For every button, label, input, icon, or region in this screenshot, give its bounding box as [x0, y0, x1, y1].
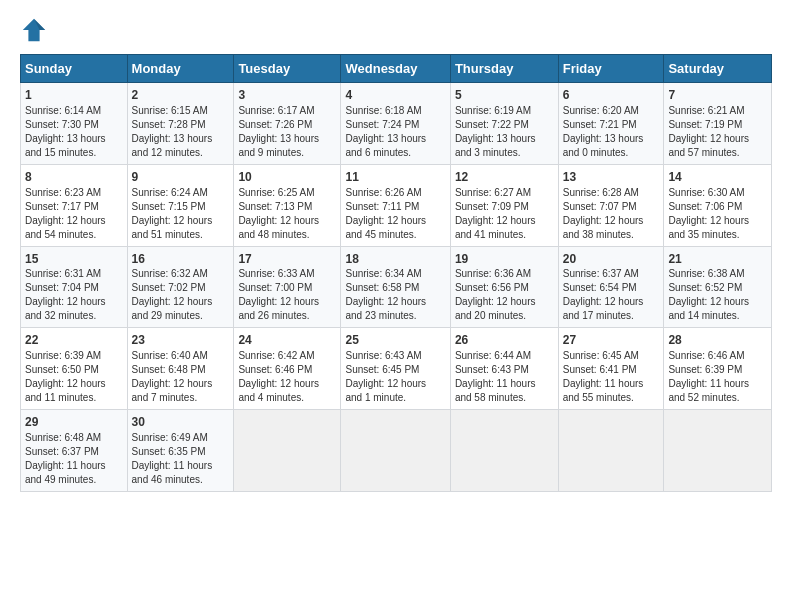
table-row: [558, 410, 664, 492]
day-info: Sunrise: 6:34 AM Sunset: 6:58 PM Dayligh…: [345, 267, 445, 323]
week-row-3: 15Sunrise: 6:31 AM Sunset: 7:04 PM Dayli…: [21, 246, 772, 328]
day-info: Sunrise: 6:28 AM Sunset: 7:07 PM Dayligh…: [563, 186, 660, 242]
week-row-1: 1Sunrise: 6:14 AM Sunset: 7:30 PM Daylig…: [21, 83, 772, 165]
day-number: 11: [345, 169, 445, 186]
table-row: 25Sunrise: 6:43 AM Sunset: 6:45 PM Dayli…: [341, 328, 450, 410]
day-number: 21: [668, 251, 767, 268]
table-row: 3Sunrise: 6:17 AM Sunset: 7:26 PM Daylig…: [234, 83, 341, 165]
day-number: 16: [132, 251, 230, 268]
col-wednesday: Wednesday: [341, 55, 450, 83]
table-row: 6Sunrise: 6:20 AM Sunset: 7:21 PM Daylig…: [558, 83, 664, 165]
table-row: 26Sunrise: 6:44 AM Sunset: 6:43 PM Dayli…: [450, 328, 558, 410]
table-row: 19Sunrise: 6:36 AM Sunset: 6:56 PM Dayli…: [450, 246, 558, 328]
page: Sunday Monday Tuesday Wednesday Thursday…: [0, 0, 792, 502]
day-info: Sunrise: 6:36 AM Sunset: 6:56 PM Dayligh…: [455, 267, 554, 323]
week-row-2: 8Sunrise: 6:23 AM Sunset: 7:17 PM Daylig…: [21, 164, 772, 246]
table-row: 28Sunrise: 6:46 AM Sunset: 6:39 PM Dayli…: [664, 328, 772, 410]
table-row: [450, 410, 558, 492]
day-number: 14: [668, 169, 767, 186]
table-row: [664, 410, 772, 492]
day-info: Sunrise: 6:43 AM Sunset: 6:45 PM Dayligh…: [345, 349, 445, 405]
table-row: 24Sunrise: 6:42 AM Sunset: 6:46 PM Dayli…: [234, 328, 341, 410]
table-row: 16Sunrise: 6:32 AM Sunset: 7:02 PM Dayli…: [127, 246, 234, 328]
table-row: 4Sunrise: 6:18 AM Sunset: 7:24 PM Daylig…: [341, 83, 450, 165]
col-thursday: Thursday: [450, 55, 558, 83]
day-info: Sunrise: 6:18 AM Sunset: 7:24 PM Dayligh…: [345, 104, 445, 160]
col-friday: Friday: [558, 55, 664, 83]
table-row: 22Sunrise: 6:39 AM Sunset: 6:50 PM Dayli…: [21, 328, 128, 410]
table-row: 8Sunrise: 6:23 AM Sunset: 7:17 PM Daylig…: [21, 164, 128, 246]
day-info: Sunrise: 6:21 AM Sunset: 7:19 PM Dayligh…: [668, 104, 767, 160]
day-number: 18: [345, 251, 445, 268]
day-info: Sunrise: 6:40 AM Sunset: 6:48 PM Dayligh…: [132, 349, 230, 405]
day-number: 26: [455, 332, 554, 349]
table-row: 12Sunrise: 6:27 AM Sunset: 7:09 PM Dayli…: [450, 164, 558, 246]
day-info: Sunrise: 6:15 AM Sunset: 7:28 PM Dayligh…: [132, 104, 230, 160]
day-number: 24: [238, 332, 336, 349]
logo: [20, 16, 52, 44]
day-info: Sunrise: 6:32 AM Sunset: 7:02 PM Dayligh…: [132, 267, 230, 323]
day-number: 9: [132, 169, 230, 186]
day-number: 12: [455, 169, 554, 186]
day-number: 2: [132, 87, 230, 104]
day-info: Sunrise: 6:23 AM Sunset: 7:17 PM Dayligh…: [25, 186, 123, 242]
table-row: [234, 410, 341, 492]
logo-icon: [20, 16, 48, 44]
day-info: Sunrise: 6:38 AM Sunset: 6:52 PM Dayligh…: [668, 267, 767, 323]
day-number: 13: [563, 169, 660, 186]
col-tuesday: Tuesday: [234, 55, 341, 83]
calendar-table: Sunday Monday Tuesday Wednesday Thursday…: [20, 54, 772, 492]
day-number: 15: [25, 251, 123, 268]
col-sunday: Sunday: [21, 55, 128, 83]
day-number: 8: [25, 169, 123, 186]
table-row: 17Sunrise: 6:33 AM Sunset: 7:00 PM Dayli…: [234, 246, 341, 328]
day-info: Sunrise: 6:17 AM Sunset: 7:26 PM Dayligh…: [238, 104, 336, 160]
day-number: 10: [238, 169, 336, 186]
day-number: 7: [668, 87, 767, 104]
table-row: 11Sunrise: 6:26 AM Sunset: 7:11 PM Dayli…: [341, 164, 450, 246]
table-row: 15Sunrise: 6:31 AM Sunset: 7:04 PM Dayli…: [21, 246, 128, 328]
day-info: Sunrise: 6:30 AM Sunset: 7:06 PM Dayligh…: [668, 186, 767, 242]
day-number: 28: [668, 332, 767, 349]
day-number: 25: [345, 332, 445, 349]
day-number: 20: [563, 251, 660, 268]
day-info: Sunrise: 6:14 AM Sunset: 7:30 PM Dayligh…: [25, 104, 123, 160]
table-row: 21Sunrise: 6:38 AM Sunset: 6:52 PM Dayli…: [664, 246, 772, 328]
table-row: 9Sunrise: 6:24 AM Sunset: 7:15 PM Daylig…: [127, 164, 234, 246]
col-monday: Monday: [127, 55, 234, 83]
table-row: 1Sunrise: 6:14 AM Sunset: 7:30 PM Daylig…: [21, 83, 128, 165]
day-number: 22: [25, 332, 123, 349]
day-number: 17: [238, 251, 336, 268]
day-info: Sunrise: 6:46 AM Sunset: 6:39 PM Dayligh…: [668, 349, 767, 405]
day-number: 29: [25, 414, 123, 431]
day-info: Sunrise: 6:20 AM Sunset: 7:21 PM Dayligh…: [563, 104, 660, 160]
day-info: Sunrise: 6:49 AM Sunset: 6:35 PM Dayligh…: [132, 431, 230, 487]
day-info: Sunrise: 6:26 AM Sunset: 7:11 PM Dayligh…: [345, 186, 445, 242]
header: [20, 16, 772, 44]
table-row: 20Sunrise: 6:37 AM Sunset: 6:54 PM Dayli…: [558, 246, 664, 328]
table-row: 23Sunrise: 6:40 AM Sunset: 6:48 PM Dayli…: [127, 328, 234, 410]
day-info: Sunrise: 6:44 AM Sunset: 6:43 PM Dayligh…: [455, 349, 554, 405]
table-row: 30Sunrise: 6:49 AM Sunset: 6:35 PM Dayli…: [127, 410, 234, 492]
day-info: Sunrise: 6:24 AM Sunset: 7:15 PM Dayligh…: [132, 186, 230, 242]
day-info: Sunrise: 6:19 AM Sunset: 7:22 PM Dayligh…: [455, 104, 554, 160]
table-row: 18Sunrise: 6:34 AM Sunset: 6:58 PM Dayli…: [341, 246, 450, 328]
week-row-5: 29Sunrise: 6:48 AM Sunset: 6:37 PM Dayli…: [21, 410, 772, 492]
day-info: Sunrise: 6:42 AM Sunset: 6:46 PM Dayligh…: [238, 349, 336, 405]
day-number: 19: [455, 251, 554, 268]
table-row: 7Sunrise: 6:21 AM Sunset: 7:19 PM Daylig…: [664, 83, 772, 165]
day-number: 30: [132, 414, 230, 431]
day-info: Sunrise: 6:33 AM Sunset: 7:00 PM Dayligh…: [238, 267, 336, 323]
day-info: Sunrise: 6:31 AM Sunset: 7:04 PM Dayligh…: [25, 267, 123, 323]
day-number: 27: [563, 332, 660, 349]
table-row: 10Sunrise: 6:25 AM Sunset: 7:13 PM Dayli…: [234, 164, 341, 246]
day-info: Sunrise: 6:25 AM Sunset: 7:13 PM Dayligh…: [238, 186, 336, 242]
table-row: 14Sunrise: 6:30 AM Sunset: 7:06 PM Dayli…: [664, 164, 772, 246]
day-number: 5: [455, 87, 554, 104]
table-row: 5Sunrise: 6:19 AM Sunset: 7:22 PM Daylig…: [450, 83, 558, 165]
day-number: 6: [563, 87, 660, 104]
day-number: 23: [132, 332, 230, 349]
header-row: Sunday Monday Tuesday Wednesday Thursday…: [21, 55, 772, 83]
week-row-4: 22Sunrise: 6:39 AM Sunset: 6:50 PM Dayli…: [21, 328, 772, 410]
table-row: [341, 410, 450, 492]
